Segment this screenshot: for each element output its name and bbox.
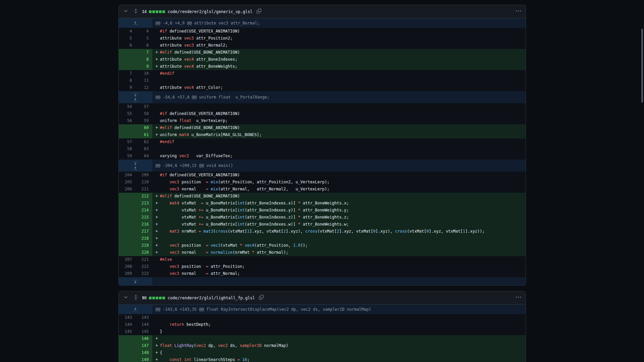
old-line-number[interactable] <box>119 207 136 214</box>
old-line-number[interactable] <box>119 56 136 63</box>
new-line-number[interactable]: 5 <box>136 35 152 42</box>
new-line-number[interactable]: 57 <box>136 103 152 110</box>
old-line-number[interactable]: 145 <box>119 328 136 335</box>
expand-up-button[interactable] <box>119 20 152 26</box>
old-line-number[interactable]: 209 <box>119 270 136 277</box>
old-line-number[interactable] <box>119 242 136 249</box>
code-text: vec3 normal = normalize(nrmMat * attr_No… <box>160 250 288 255</box>
new-line-number[interactable]: 6 <box>136 42 152 49</box>
old-line-number[interactable] <box>119 193 136 200</box>
new-line-number[interactable]: 220 <box>136 249 152 256</box>
code-text: { <box>160 350 162 355</box>
collapse-file-button[interactable] <box>122 8 129 15</box>
old-line-number[interactable] <box>119 228 136 235</box>
new-line-number[interactable]: 213 <box>136 200 152 207</box>
old-line-number[interactable] <box>119 235 136 242</box>
new-line-number[interactable]: 148 <box>136 349 152 356</box>
expand-down-button[interactable] <box>119 92 152 97</box>
old-line-number[interactable] <box>119 200 136 207</box>
new-line-number[interactable]: 212 <box>136 193 152 200</box>
old-line-number[interactable] <box>119 356 136 362</box>
new-line-number[interactable]: 4 <box>136 28 152 35</box>
diff-marker <box>156 179 160 186</box>
old-line-number[interactable]: 7 <box>119 70 136 77</box>
new-line-number[interactable]: 60 <box>136 124 152 131</box>
old-line-number[interactable]: 8 <box>119 77 136 84</box>
diffstat-count: 90 <box>142 296 147 300</box>
old-line-number[interactable]: 4 <box>119 28 136 35</box>
new-line-number[interactable]: 216 <box>136 221 152 228</box>
old-line-number[interactable] <box>119 131 136 138</box>
old-line-number[interactable] <box>119 342 136 349</box>
new-line-number[interactable]: 58 <box>136 110 152 117</box>
new-line-number[interactable]: 145 <box>136 328 152 335</box>
old-line-number[interactable] <box>119 49 136 56</box>
old-line-number[interactable] <box>119 124 136 131</box>
old-line-number[interactable]: 55 <box>119 110 136 117</box>
new-line-number[interactable]: 63 <box>136 145 152 153</box>
file-menu-button[interactable] <box>515 8 522 15</box>
new-line-number[interactable]: 221 <box>136 256 152 263</box>
expand-up-button[interactable] <box>119 97 152 103</box>
diffstat-square <box>152 297 155 299</box>
new-line-number[interactable]: 219 <box>136 242 152 249</box>
new-line-number[interactable]: 147 <box>136 342 152 349</box>
scrollbar-thumb[interactable] <box>641 29 643 103</box>
old-line-number[interactable]: 57 <box>119 138 136 145</box>
expand-up-button[interactable] <box>119 166 152 171</box>
collapse-file-button[interactable] <box>122 294 129 302</box>
new-line-number[interactable]: 214 <box>136 207 152 214</box>
old-line-number[interactable]: 6 <box>119 42 136 49</box>
new-line-number[interactable]: 11 <box>136 77 152 84</box>
expand-cell <box>119 91 152 103</box>
expand-all-button[interactable] <box>132 294 140 302</box>
old-line-number[interactable] <box>119 214 136 221</box>
old-line-number[interactable] <box>119 63 136 70</box>
new-line-number[interactable]: 146 <box>136 335 152 342</box>
file-menu-button[interactable] <box>515 294 522 302</box>
expand-down-button[interactable] <box>119 160 152 166</box>
old-line-number[interactable]: 59 <box>119 153 136 160</box>
old-line-number[interactable] <box>119 335 136 342</box>
old-line-number[interactable] <box>119 249 136 256</box>
old-line-number[interactable]: 204 <box>119 172 136 179</box>
old-line-number[interactable]: 208 <box>119 263 136 270</box>
new-line-number[interactable]: 144 <box>136 321 152 328</box>
old-line-number[interactable]: 56 <box>119 117 136 124</box>
new-line-number[interactable]: 222 <box>136 263 152 270</box>
new-line-number[interactable]: 12 <box>136 84 152 91</box>
expand-all-button[interactable] <box>132 8 140 15</box>
copy-path-button[interactable] <box>258 294 265 302</box>
new-line-number[interactable]: 209 <box>136 172 152 179</box>
new-line-number[interactable]: 59 <box>136 117 152 124</box>
new-line-number[interactable]: 149 <box>136 356 152 362</box>
expand-up-button[interactable] <box>119 307 152 312</box>
old-line-number[interactable]: 54 <box>119 103 136 110</box>
copy-path-button[interactable] <box>255 8 263 15</box>
new-line-number[interactable]: 217 <box>136 228 152 235</box>
old-line-number[interactable]: 58 <box>119 145 136 153</box>
new-line-number[interactable]: 223 <box>136 270 152 277</box>
new-line-number[interactable]: 143 <box>136 314 152 321</box>
new-line-number[interactable]: 62 <box>136 138 152 145</box>
new-line-number[interactable]: 64 <box>136 153 152 160</box>
old-line-number[interactable]: 5 <box>119 35 136 42</box>
new-line-number[interactable]: 211 <box>136 186 152 193</box>
old-line-number[interactable] <box>119 221 136 228</box>
new-line-number[interactable]: 10 <box>136 70 152 77</box>
new-line-number[interactable]: 7 <box>136 49 152 56</box>
old-line-number[interactable]: 207 <box>119 256 136 263</box>
old-line-number[interactable]: 144 <box>119 321 136 328</box>
new-line-number[interactable]: 210 <box>136 179 152 186</box>
new-line-number[interactable]: 218 <box>136 235 152 242</box>
new-line-number[interactable]: 8 <box>136 56 152 63</box>
old-line-number[interactable]: 143 <box>119 314 136 321</box>
old-line-number[interactable]: 206 <box>119 186 136 193</box>
expand-down-button[interactable] <box>119 279 152 284</box>
old-line-number[interactable] <box>119 349 136 356</box>
new-line-number[interactable]: 61 <box>136 131 152 138</box>
new-line-number[interactable]: 215 <box>136 214 152 221</box>
old-line-number[interactable]: 205 <box>119 179 136 186</box>
new-line-number[interactable]: 9 <box>136 63 152 70</box>
old-line-number[interactable]: 9 <box>119 84 136 91</box>
